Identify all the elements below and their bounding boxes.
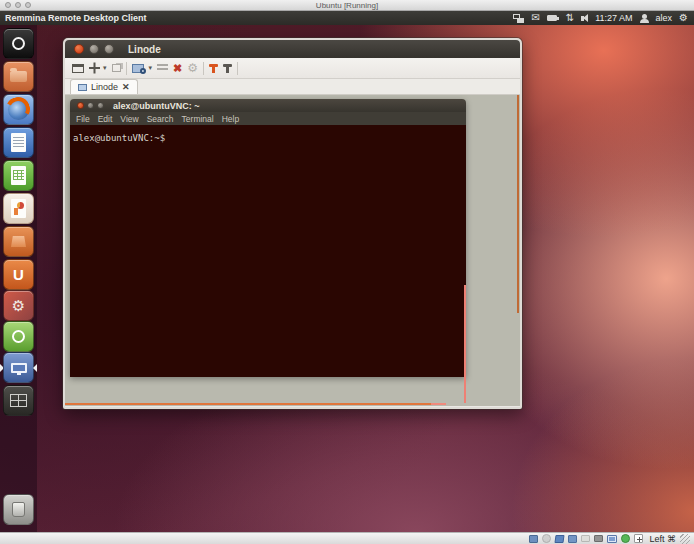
remmina-window-title: Linode xyxy=(128,44,161,55)
launcher-item-software-updater[interactable] xyxy=(0,321,37,352)
system-settings-icon: ⚙ xyxy=(3,290,34,321)
scaled-view-icon[interactable] xyxy=(132,63,146,74)
screen: Ubuntu [Running] Remmina Remote Desktop … xyxy=(0,0,694,544)
libreoffice-calc-icon xyxy=(3,160,34,191)
launcher-item-writer[interactable] xyxy=(0,127,37,158)
libreoffice-writer-icon xyxy=(3,127,34,158)
menu-terminal[interactable]: Terminal xyxy=(182,114,214,124)
menu-search[interactable]: Search xyxy=(147,114,174,124)
host-window-titlebar: Ubuntu [Running] xyxy=(0,0,694,11)
workspace-switcher-icon xyxy=(3,385,34,416)
resize-grip[interactable] xyxy=(680,534,690,544)
chevron-down-icon[interactable]: ▾ xyxy=(149,61,153,76)
desktop: U ⚙ Linode xyxy=(0,25,694,532)
remmina-tabbar: Linode ✕ xyxy=(65,79,520,95)
video-icon[interactable] xyxy=(594,535,603,542)
keyboard-grab-icon[interactable] xyxy=(157,61,168,76)
libreoffice-impress-icon xyxy=(3,193,34,224)
toolbar-separator xyxy=(237,62,238,75)
gears-icon[interactable]: ⚙ xyxy=(187,61,198,76)
remmina-toolbar: ▾ ▾ ✖ ⚙ xyxy=(65,58,520,79)
maximize-button[interactable] xyxy=(97,102,104,109)
network-icon[interactable] xyxy=(555,535,565,543)
tab-linode[interactable]: Linode ✕ xyxy=(70,79,138,94)
connection-icon xyxy=(78,84,87,91)
launcher-item-remmina[interactable] xyxy=(0,352,37,383)
cd-icon[interactable] xyxy=(542,534,551,543)
launcher-item-impress[interactable] xyxy=(0,193,37,224)
software-center-icon xyxy=(3,226,34,257)
menu-file[interactable]: File xyxy=(76,114,90,124)
close-button[interactable] xyxy=(74,44,84,54)
launcher-item-calc[interactable] xyxy=(0,160,37,191)
username[interactable]: alex xyxy=(656,13,673,23)
toolbar-separator xyxy=(203,62,204,75)
render-artifact-line xyxy=(517,95,519,313)
render-artifact-line xyxy=(464,285,466,403)
ubuntu-one-icon: U xyxy=(3,259,34,290)
launcher-item-ubuntu-one[interactable]: U xyxy=(0,259,37,290)
menu-edit[interactable]: Edit xyxy=(98,114,113,124)
maximize-button[interactable] xyxy=(104,44,114,54)
fullscreen-icon[interactable] xyxy=(72,61,84,76)
host-key-label: Left ⌘ xyxy=(649,534,676,544)
battery-icon[interactable] xyxy=(547,15,559,21)
minimize-button[interactable] xyxy=(89,44,99,54)
terminal-body[interactable]: alex@ubuntuVNC:~$ xyxy=(70,125,466,377)
volume-icon[interactable] xyxy=(581,14,588,22)
remmina-titlebar[interactable]: Linode xyxy=(65,40,520,58)
usb-icon[interactable] xyxy=(568,535,577,543)
terminal-prompt: alex@ubuntuVNC:~$ xyxy=(73,133,165,143)
network-icon[interactable] xyxy=(513,14,524,23)
software-updater-icon xyxy=(3,321,34,352)
tab-close-icon[interactable]: ✕ xyxy=(122,83,130,92)
launcher-item-workspace-switcher[interactable] xyxy=(0,385,37,416)
state-icon[interactable] xyxy=(621,534,630,543)
launcher-item-software-center[interactable] xyxy=(0,226,37,257)
launcher-item-firefox[interactable] xyxy=(0,94,37,125)
gear-icon[interactable]: ⚙ xyxy=(679,13,688,23)
ubuntu-dash-icon xyxy=(3,28,34,59)
trash-icon xyxy=(3,494,34,525)
close-button[interactable] xyxy=(77,102,84,109)
minimize-button[interactable] xyxy=(87,102,94,109)
terminal-window: alex@ubuntuVNC: ~ File Edit View Search … xyxy=(70,99,466,377)
duplicate-icon[interactable] xyxy=(112,61,121,76)
hdd-icon[interactable] xyxy=(529,535,538,543)
tab-label: Linode xyxy=(91,82,118,92)
launcher-item-files[interactable] xyxy=(0,61,37,92)
unity-launcher: U ⚙ xyxy=(0,25,37,532)
active-app-title: Remmina Remote Desktop Client xyxy=(0,13,147,23)
terminal-menubar: File Edit View Search Terminal Help xyxy=(70,112,466,125)
mail-icon[interactable]: ✉ xyxy=(531,13,539,23)
firefox-icon xyxy=(3,94,34,125)
render-artifact-line xyxy=(65,403,446,405)
top-panel: Remmina Remote Desktop Client ✉ ⇅ 11:27 … xyxy=(0,11,694,25)
launcher-item-trash[interactable] xyxy=(0,494,37,525)
launcher-item-dash[interactable] xyxy=(0,28,37,59)
display-icon[interactable] xyxy=(607,535,617,543)
menu-help[interactable]: Help xyxy=(222,114,239,124)
indicator-area: ✉ ⇅ 11:27 AM alex ⚙ xyxy=(513,13,694,23)
terminal-title: alex@ubuntuVNC: ~ xyxy=(113,101,200,111)
remmina-window: Linode ▾ ▾ ✖ ⚙ Lin xyxy=(63,38,522,409)
sync-icon[interactable]: ⇅ xyxy=(566,13,574,23)
disconnect-icon[interactable] xyxy=(209,61,218,76)
menu-view[interactable]: View xyxy=(120,114,138,124)
launcher-item-system-settings[interactable]: ⚙ xyxy=(0,290,37,321)
vnc-viewport[interactable]: alex@ubuntuVNC: ~ File Edit View Search … xyxy=(65,95,520,406)
terminal-titlebar[interactable]: alex@ubuntuVNC: ~ xyxy=(70,99,466,112)
user-icon[interactable] xyxy=(640,14,649,23)
mouse-integration-icon[interactable] xyxy=(634,534,643,543)
shared-folder-icon[interactable] xyxy=(581,535,590,542)
pan-icon[interactable] xyxy=(89,63,100,74)
toolbar-separator xyxy=(126,62,127,75)
plug-icon[interactable] xyxy=(223,61,232,76)
clock[interactable]: 11:27 AM xyxy=(595,13,632,23)
tools-icon[interactable]: ✖ xyxy=(173,61,182,76)
active-app-arrow-right xyxy=(33,364,37,372)
chevron-down-icon[interactable]: ▾ xyxy=(103,61,107,76)
host-window-title: Ubuntu [Running] xyxy=(0,1,694,10)
files-icon xyxy=(3,61,34,92)
remmina-icon xyxy=(3,352,34,383)
